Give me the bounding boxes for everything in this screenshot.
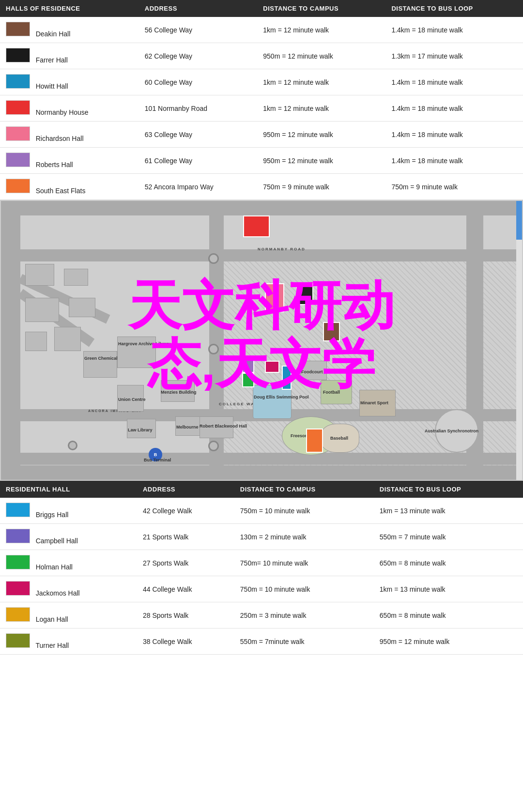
hargrove-label: Hargrove Archive Library [118,341,170,346]
residential-header-distance-bus: DISTANCE TO BUS LOOP [374,481,523,498]
robert-label: Robert Blackwood Hall [200,424,247,429]
halls-cell-dist-campus-4: 950m = 12 minute walk [257,122,385,148]
residential-header-distance-campus: DISTANCE TO CAMPUS [234,481,374,498]
residential-cell-name-1: Campbell Hall [0,524,137,550]
halls-of-residence-table: HALLS OF RESIDENCE ADDRESS DISTANCE TO C… [0,0,523,200]
residential-swatch-5 [6,633,30,648]
residential-cell-name-4: Logan Hall [0,602,137,628]
residential-row: Holman Hall 27 Sports Walk 750m= 10 minu… [0,550,523,576]
halls-swatch-4 [6,126,30,141]
halls-cell-address-2: 60 College Way [139,69,257,95]
halls-cell-dist-bus-6: 750m = 9 minute walk [385,174,523,200]
residential-cell-dist-bus-3: 1km = 13 minute walk [374,576,523,602]
halls-cell-name-1: Farrer Hall [0,43,139,69]
residential-cell-dist-campus-3: 750m = 10 minute walk [234,576,374,602]
residential-cell-name-0: Briggs Hall [0,498,137,524]
residential-header-name: RESIDENTIAL HALL [0,481,137,498]
halls-row: South East Flats 52 Ancora Imparo Way 75… [0,174,523,200]
halls-cell-dist-bus-4: 1.4km = 18 minute walk [385,122,523,148]
residential-row: Jackomos Hall 44 College Walk 750m = 10 … [0,576,523,602]
halls-swatch-5 [6,153,30,167]
residential-cell-name-2: Holman Hall [0,550,137,576]
residential-cell-address-2: 27 Sports Walk [137,550,234,576]
residential-cell-dist-bus-2: 650m = 8 minute walk [374,550,523,576]
residential-cell-address-4: 28 Sports Walk [137,602,234,628]
residential-cell-address-5: 38 College Walk [137,628,234,655]
halls-swatch-1 [6,48,30,62]
residential-swatch-4 [6,607,30,622]
residential-row: Turner Hall 38 College Walk 550m = 7minu… [0,628,523,655]
australia-label: Australian Synchronotron [425,429,478,433]
halls-cell-dist-bus-5: 1.4km = 18 minute walk [385,148,523,174]
halls-cell-name-0: Deakin Hall [0,17,139,43]
residential-cell-name-3: Jackomos Hall [0,576,137,602]
halls-row: Howitt Hall 60 College Way 1km = 12 minu… [0,69,523,95]
residential-cell-address-0: 42 College Walk [137,498,234,524]
bus-terminal-label: Bus Terminal [144,458,171,462]
baseball-label: Baseball [330,436,348,441]
residential-swatch-2 [6,555,30,569]
halls-row: Deakin Hall 56 College Way 1km = 12 minu… [0,17,523,43]
halls-cell-address-6: 52 Ancora Imparo Way [139,174,257,200]
minaret-label: Minaret Sport [360,400,388,405]
residential-row: Logan Hall 28 Sports Walk 250m = 3 minut… [0,602,523,628]
map-scrollbar[interactable] [516,201,522,480]
halls-row: Normanby House 101 Normanby Road 1km = 1… [0,95,523,122]
residential-cell-dist-bus-0: 1km = 13 minute walk [374,498,523,524]
halls-cell-dist-campus-6: 750m = 9 minute walk [257,174,385,200]
halls-cell-address-4: 63 College Way [139,122,257,148]
food-label: Foodcourt [301,369,323,374]
residential-swatch-1 [6,529,30,543]
residential-swatch-3 [6,581,30,596]
halls-swatch-0 [6,22,30,36]
campus-map: COLLEGE WAY NORMANBY ROAD ANCORA IMPARO … [0,200,523,481]
residential-hall-table: RESIDENTIAL HALL ADDRESS DISTANCE TO CAM… [0,481,523,655]
residential-cell-dist-bus-1: 550m = 7 minute walk [374,524,523,550]
football-label: Football [323,390,340,395]
halls-cell-dist-bus-0: 1.4km = 18 minute walk [385,17,523,43]
residential-row: Campbell Hall 21 Sports Walk 130m = 2 mi… [0,524,523,550]
halls-cell-dist-campus-1: 950m = 12 minute walk [257,43,385,69]
law-label: Law Library [128,428,153,432]
halls-cell-address-3: 101 Normanby Road [139,95,257,122]
halls-cell-name-2: Howitt Hall [0,69,139,95]
halls-cell-dist-campus-5: 950m = 12 minute walk [257,148,385,174]
halls-cell-address-1: 62 College Way [139,43,257,69]
residential-header-address: ADDRESS [137,481,234,498]
halls-cell-address-0: 56 College Way [139,17,257,43]
halls-header-distance-bus: DISTANCE TO BUS LOOP [385,0,523,17]
halls-cell-dist-campus-0: 1km = 12 minute walk [257,17,385,43]
halls-cell-dist-bus-3: 1.4km = 18 minute walk [385,95,523,122]
residential-cell-dist-campus-4: 250m = 3 minute walk [234,602,374,628]
residential-cell-dist-campus-5: 550m = 7minute walk [234,628,374,655]
halls-swatch-3 [6,100,30,115]
college-way-label: COLLEGE WAY [219,402,258,406]
residential-cell-address-1: 21 Sports Walk [137,524,234,550]
halls-cell-dist-bus-2: 1.4km = 18 minute walk [385,69,523,95]
halls-cell-dist-bus-1: 1.3km = 17 minute walk [385,43,523,69]
halls-header-address: ADDRESS [139,0,257,17]
union-label: Union Centre [118,397,146,402]
halls-cell-name-4: Richardson Hall [0,122,139,148]
residential-cell-dist-campus-2: 750m= 10 minute walk [234,550,374,576]
residential-cell-address-3: 44 College Walk [137,576,234,602]
residential-cell-dist-bus-4: 650m = 8 minute walk [374,602,523,628]
halls-row: Richardson Hall 63 College Way 950m = 12… [0,122,523,148]
residential-cell-name-5: Turner Hall [0,628,137,655]
residential-cell-dist-campus-1: 130m = 2 minute walk [234,524,374,550]
residential-swatch-0 [6,503,30,517]
halls-row: Roberts Hall 61 College Way 950m = 12 mi… [0,148,523,174]
residential-row: Briggs Hall 42 College Walk 750m = 10 mi… [0,498,523,524]
halls-cell-name-3: Normanby House [0,95,139,122]
scrollbar-thumb[interactable] [516,201,522,240]
halls-row: Farrer Hall 62 College Way 950m = 12 min… [0,43,523,69]
residential-cell-dist-bus-5: 950m = 12 minute walk [374,628,523,655]
halls-cell-dist-campus-3: 1km = 12 minute walk [257,95,385,122]
halls-cell-dist-campus-2: 1km = 12 minute walk [257,69,385,95]
halls-cell-name-6: South East Flats [0,174,139,200]
halls-header-distance-campus: DISTANCE TO CAMPUS [257,0,385,17]
halls-swatch-6 [6,179,30,193]
halls-cell-name-5: Roberts Hall [0,148,139,174]
pool-label: Doug Ellis Swimming Pool [254,395,309,399]
menzies-label: Menzies Building [161,390,197,395]
